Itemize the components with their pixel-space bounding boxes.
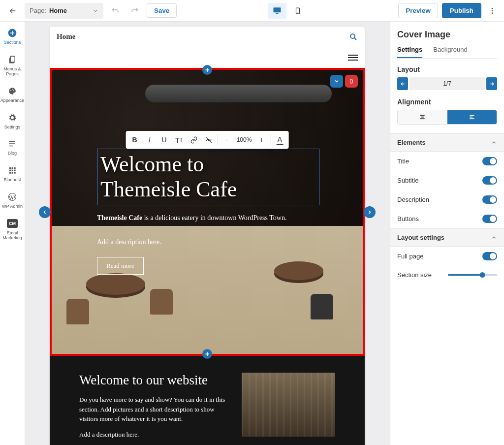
site-title[interactable]: Home xyxy=(57,32,75,41)
zoom-out-button[interactable]: − xyxy=(220,133,234,147)
svg-point-6 xyxy=(492,12,493,14)
mobile-view-button[interactable] xyxy=(288,3,307,19)
layout-prev-button[interactable] xyxy=(397,77,408,90)
zoom-in-button[interactable]: + xyxy=(254,133,268,147)
hero-title-selection[interactable]: Welcome toThemeisle Cafe xyxy=(97,149,319,205)
italic-button[interactable]: I xyxy=(143,133,157,147)
back-button[interactable] xyxy=(5,3,21,19)
svg-rect-30 xyxy=(470,115,474,116)
save-button[interactable]: Save xyxy=(147,3,177,18)
undo-button[interactable] xyxy=(107,3,123,19)
pages-icon xyxy=(7,54,18,65)
zoom-level: 100% xyxy=(235,136,254,143)
layout-count: 1/7 xyxy=(410,77,485,90)
plus-circle-icon xyxy=(7,28,18,38)
block-expand-button[interactable] xyxy=(330,75,343,88)
text-size-button[interactable]: TT xyxy=(172,133,186,147)
svg-rect-19 xyxy=(12,170,13,171)
el-description-label: Description xyxy=(397,196,429,203)
toggle-subtitle[interactable] xyxy=(482,176,497,185)
preview-button[interactable]: Preview xyxy=(398,3,438,18)
svg-rect-17 xyxy=(14,167,15,169)
tab-background[interactable]: Background xyxy=(433,46,467,58)
nav-settings[interactable]: Settings xyxy=(0,111,25,131)
cover-section[interactable]: + + B I U TT − 100% xyxy=(50,68,365,356)
section2-image[interactable] xyxy=(242,373,335,437)
nav-appearance[interactable]: Appearance xyxy=(0,85,25,104)
hero-subtitle[interactable]: Themeisle Cafe is a delicious eatery in … xyxy=(97,213,304,223)
nav-menus-pages[interactable]: Menus & Pages xyxy=(0,53,25,78)
svg-rect-27 xyxy=(420,115,425,116)
chevron-up-icon xyxy=(491,139,497,146)
section2-text[interactable]: Do you have more to say and show? You ca… xyxy=(79,395,230,424)
section-size-slider[interactable] xyxy=(448,274,497,276)
search-icon[interactable] xyxy=(349,32,358,41)
add-section-below[interactable]: + xyxy=(202,349,212,359)
next-section-handle[interactable] xyxy=(364,206,376,218)
layout-settings-accordion-header[interactable]: Layout settings xyxy=(390,228,504,247)
el-buttons-label: Buttons xyxy=(397,215,419,222)
svg-point-25 xyxy=(350,34,355,38)
svg-rect-29 xyxy=(420,118,425,119)
top-toolbar: Page: Home Save Preview Publish xyxy=(0,0,504,22)
section-size-label: Section size xyxy=(397,271,432,279)
toggle-title[interactable] xyxy=(482,157,497,165)
text-format-toolbar: B I U TT − 100% + A xyxy=(126,131,289,149)
svg-rect-15 xyxy=(9,167,11,169)
layout-stepper: 1/7 xyxy=(397,77,497,90)
svg-rect-20 xyxy=(14,170,15,171)
chevron-down-icon xyxy=(93,8,98,14)
svg-point-10 xyxy=(12,89,13,90)
toggle-full-page[interactable] xyxy=(482,252,497,260)
page-selector[interactable]: Page: Home xyxy=(25,3,103,19)
svg-point-11 xyxy=(13,90,14,91)
hero-description[interactable]: Add a description here. xyxy=(97,238,161,246)
svg-line-26 xyxy=(354,38,356,40)
cm-icon: CM xyxy=(7,218,18,229)
tab-settings[interactable]: Settings xyxy=(397,46,422,58)
nav-bluehost[interactable]: Bluehost xyxy=(0,164,25,184)
align-center-button[interactable] xyxy=(398,110,447,124)
nav-wpadmin[interactable]: WP Admin xyxy=(0,191,25,210)
section2-desc[interactable]: Add a description here. xyxy=(79,430,230,440)
more-menu-button[interactable] xyxy=(485,3,499,19)
nav-blog[interactable]: Blog xyxy=(0,137,25,157)
align-left-button[interactable] xyxy=(447,110,497,124)
block-controls xyxy=(330,75,358,88)
bold-button[interactable]: B xyxy=(128,133,142,147)
intro-section[interactable]: Welcome to our website Do you have more … xyxy=(50,356,365,445)
wordpress-icon xyxy=(7,191,18,202)
grid-icon xyxy=(7,165,18,176)
prev-section-handle[interactable] xyxy=(39,206,51,218)
section2-title[interactable]: Welcome to our website xyxy=(79,373,230,388)
hero-title[interactable]: Welcome toThemeisle Cafe xyxy=(97,149,319,205)
svg-rect-18 xyxy=(9,170,11,171)
redo-button[interactable] xyxy=(127,3,143,19)
panel-title: Cover Image xyxy=(397,30,497,40)
nav-email-marketing[interactable]: CM Email Marketing xyxy=(0,217,25,242)
properties-panel: Cover Image Settings Background Layout 1… xyxy=(390,22,504,445)
panel-tabs: Settings Background xyxy=(397,46,497,59)
svg-point-5 xyxy=(492,10,493,11)
read-more-button[interactable]: Read more xyxy=(97,257,144,275)
nav-sections[interactable]: Sections xyxy=(0,27,25,46)
alignment-control xyxy=(397,110,497,125)
link-button[interactable] xyxy=(187,133,201,147)
desktop-view-button[interactable] xyxy=(268,3,286,19)
publish-button[interactable]: Publish xyxy=(442,3,481,18)
toggle-description[interactable] xyxy=(482,195,497,204)
underline-button[interactable]: U xyxy=(158,133,171,147)
page-selector-label: Page: xyxy=(30,7,46,14)
page-canvas[interactable]: Home + + xyxy=(50,27,365,445)
full-page-label: Full page xyxy=(397,253,423,260)
add-section-above[interactable]: + xyxy=(202,65,212,75)
canvas-area: Home + + xyxy=(25,22,390,445)
unlink-button[interactable] xyxy=(202,133,216,147)
hamburger-menu-icon[interactable] xyxy=(348,55,358,61)
toggle-buttons[interactable] xyxy=(482,215,497,223)
text-color-button[interactable]: A xyxy=(273,133,286,147)
block-delete-button[interactable] xyxy=(345,75,358,88)
layout-next-button[interactable] xyxy=(486,77,497,90)
elements-accordion-header[interactable]: Elements xyxy=(390,133,504,152)
svg-point-4 xyxy=(492,8,493,9)
